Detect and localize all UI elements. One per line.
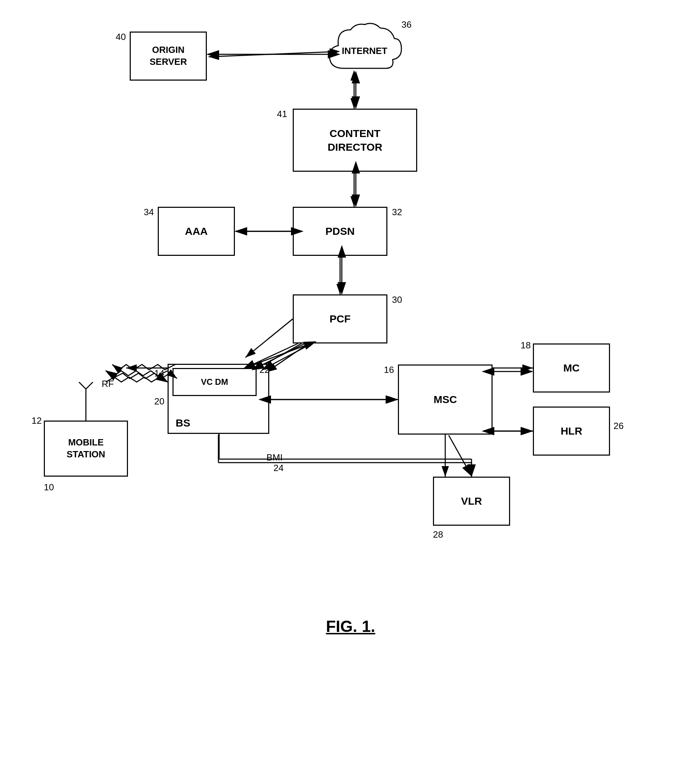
internet-node: INTERNET: [323, 19, 407, 82]
mc-num: 18: [521, 340, 531, 351]
mc-label: MC: [563, 362, 580, 374]
origin-server-label: ORIGINSERVER: [150, 44, 187, 68]
svg-line-20: [262, 343, 312, 370]
pcf-num: 30: [392, 295, 402, 305]
pcf-to-bs-3: [266, 343, 309, 372]
rf-label: RF: [102, 379, 114, 389]
msc-box: MSC: [398, 364, 493, 435]
vc-dm-label: VC DM: [201, 377, 228, 387]
mobile-station-label-num: 12: [31, 415, 42, 426]
svg-line-25: [449, 435, 472, 476]
hlr-label: HLR: [561, 425, 582, 437]
mobile-antenna: [75, 382, 96, 422]
figure-label: FIG. 1.: [263, 617, 438, 636]
mobile-station-box: MOBILESTATION: [44, 420, 128, 477]
aaa-label: AAA: [185, 225, 208, 238]
vc-dm-box: VC DM: [172, 368, 257, 396]
pdsn-label: PDSN: [325, 225, 355, 238]
hlr-num: 26: [614, 420, 624, 432]
pdsn-box: PDSN: [293, 207, 388, 256]
bmi-label: BMI: [266, 452, 282, 463]
svg-line-10: [86, 382, 93, 389]
pcf-box: PCF: [293, 295, 388, 343]
vlr-label: VLR: [461, 495, 482, 507]
internet-label: INTERNET: [342, 46, 388, 56]
msc-num: 16: [384, 364, 394, 376]
content-director-label: CONTENTDIRECTOR: [327, 127, 382, 154]
pcf-label: PCF: [330, 313, 351, 325]
svg-line-21: [256, 342, 315, 364]
bmi-num: 24: [274, 463, 284, 473]
vlr-box: VLR: [433, 477, 510, 526]
content-director-box: CONTENTDIRECTOR: [293, 109, 417, 172]
diagram: INTERNET 36 ORIGINSERVER 40 CONTENTDIREC…: [0, 0, 698, 784]
vlr-num: 28: [433, 529, 443, 540]
mc-box: MC: [533, 343, 610, 392]
mobile-station-label: MOBILESTATION: [67, 436, 105, 461]
msc-label: MSC: [434, 393, 457, 406]
internet-num: 36: [401, 19, 412, 30]
svg-line-9: [79, 382, 86, 389]
origin-server-num: 40: [116, 31, 126, 43]
bs-label: BS: [176, 417, 190, 429]
rf-zigzag: [109, 357, 179, 385]
bs-num: 20: [154, 396, 164, 407]
pdsn-num: 32: [392, 207, 402, 217]
mobile-station-num: 10: [44, 482, 54, 493]
hlr-box: HLR: [533, 407, 610, 456]
origin-server-box: ORIGINSERVER: [130, 31, 207, 81]
aaa-box: AAA: [158, 207, 235, 256]
internet-to-origin: [209, 52, 330, 57]
pcf-to-bs-1: [246, 319, 293, 357]
vc-dm-num: 22: [259, 364, 270, 376]
content-director-num: 41: [277, 109, 287, 120]
aaa-num: 34: [144, 207, 154, 217]
